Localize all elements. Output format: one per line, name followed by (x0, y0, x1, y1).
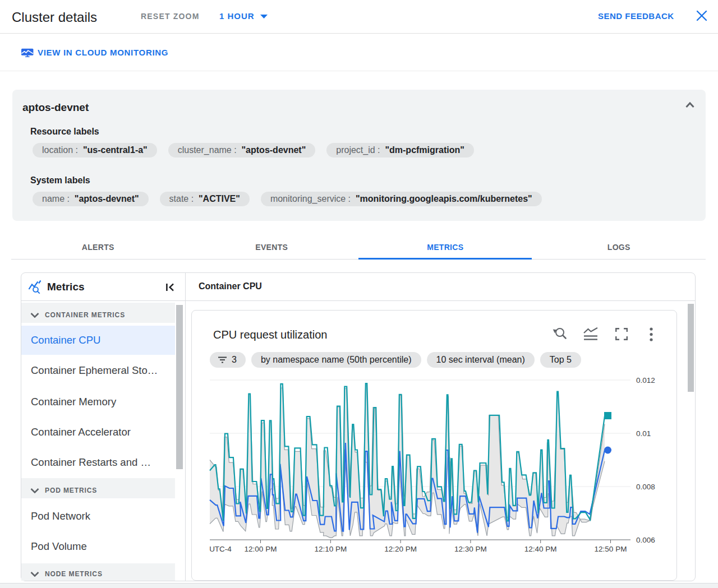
svg-text:0.01: 0.01 (636, 429, 651, 438)
svg-text:UTC-4: UTC-4 (209, 545, 232, 553)
svg-text:12:00 PM: 12:00 PM (245, 545, 277, 553)
svg-text:0.006: 0.006 (636, 536, 655, 544)
svg-text:12:50 PM: 12:50 PM (595, 545, 627, 553)
svg-text:12:40 PM: 12:40 PM (524, 545, 557, 553)
svg-text:0.008: 0.008 (636, 483, 655, 491)
svg-text:0.012: 0.012 (636, 376, 655, 385)
svg-text:12:20 PM: 12:20 PM (384, 545, 417, 553)
svg-text:12:30 PM: 12:30 PM (454, 545, 487, 553)
svg-text:12:10 PM: 12:10 PM (314, 545, 347, 553)
